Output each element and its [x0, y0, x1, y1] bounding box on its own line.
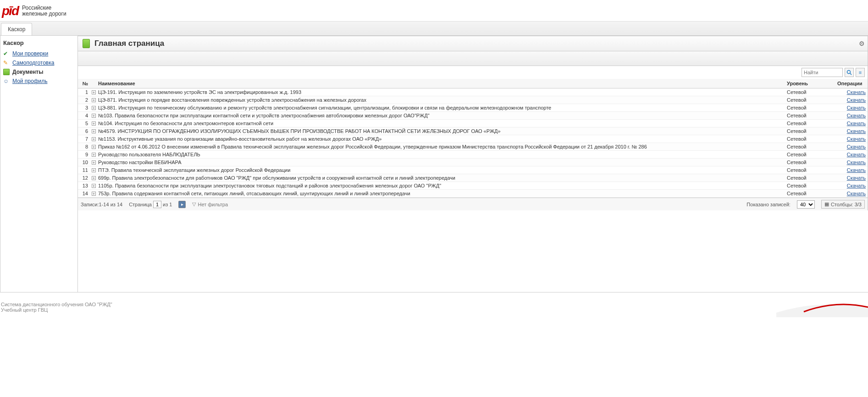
download-link[interactable]: Скачать: [847, 136, 866, 142]
row-num: 11: [78, 166, 90, 174]
search-button[interactable]: [845, 68, 854, 77]
download-link[interactable]: Скачать: [847, 167, 866, 173]
check-icon: ✔: [3, 50, 10, 57]
expand-icon[interactable]: +: [92, 184, 96, 188]
row-level: Сетевой: [785, 143, 835, 151]
download-link[interactable]: Скачать: [847, 121, 866, 126]
search-input[interactable]: [802, 68, 843, 77]
download-link[interactable]: Скачать: [847, 113, 866, 118]
brand-text: Российские железные дороги: [22, 5, 66, 17]
row-level: Сетевой: [785, 190, 835, 198]
expand-icon[interactable]: +: [92, 90, 96, 94]
records-info: Записи:1-14 из 14: [81, 202, 122, 207]
expand-icon[interactable]: +: [92, 106, 96, 110]
download-link[interactable]: Скачать: [847, 144, 866, 149]
expand-icon[interactable]: +: [92, 192, 96, 196]
row-num: 14: [78, 190, 90, 198]
col-header-ops[interactable]: Операции: [835, 79, 868, 88]
table-row: 7+№1153. Инструктивные указания по орган…: [78, 135, 868, 143]
row-name: №4579. ИНСТРУКЦИЯ ПО ОГРАЖДЕНИЮ ИЗОЛИРУЮ…: [96, 127, 785, 135]
row-level: Сетевой: [785, 174, 835, 182]
tab-kaskor[interactable]: Каскор: [1, 23, 32, 35]
expand-icon[interactable]: +: [92, 153, 96, 157]
row-num: 3: [78, 104, 90, 112]
row-level: Сетевой: [785, 135, 835, 143]
row-num: 2: [78, 96, 90, 104]
expand-icon[interactable]: +: [92, 121, 96, 126]
sidebar-item-label: Мой профиль: [12, 78, 48, 84]
col-header-level[interactable]: Уровень: [785, 79, 835, 88]
expand-icon[interactable]: +: [92, 160, 96, 165]
search-expand-button[interactable]: ≡: [856, 68, 865, 77]
download-link[interactable]: Скачать: [847, 89, 866, 95]
sidebar-item-documents[interactable]: Документы: [3, 67, 75, 77]
row-level: Сетевой: [785, 166, 835, 174]
row-num: 13: [78, 182, 90, 190]
col-header-num[interactable]: №: [78, 79, 90, 88]
row-num: 7: [78, 135, 90, 143]
row-name: 699р. Правила электробезопасности для ра…: [96, 174, 785, 182]
gear-icon[interactable]: ⚙: [859, 40, 865, 47]
page-size-select[interactable]: 40: [797, 200, 815, 209]
row-num: 8: [78, 143, 90, 151]
page-go-button[interactable]: ▸: [178, 201, 186, 208]
table-row: 2+ЦЭ-871. Инструкция о порядке восстанов…: [78, 96, 868, 104]
columns-button[interactable]: ▦ Столбцы: 3/3: [821, 200, 865, 209]
documents-table-wrap: № Наименование Уровень Операции 1+ЦЭ-191…: [78, 79, 868, 198]
table-row: 6+№4579. ИНСТРУКЦИЯ ПО ОГРАЖДЕНИЮ ИЗОЛИР…: [78, 127, 868, 135]
filter-status[interactable]: ▽ Нет фильтра: [192, 201, 228, 207]
expand-icon[interactable]: +: [92, 98, 96, 102]
funnel-icon: ▽: [192, 201, 196, 207]
row-level: Сетевой: [785, 159, 835, 166]
download-link[interactable]: Скачать: [847, 175, 866, 181]
download-link[interactable]: Скачать: [847, 128, 866, 134]
col-header-name[interactable]: Наименование: [96, 79, 785, 88]
row-name: ЦЭ-871. Инструкция о порядке восстановле…: [96, 96, 785, 104]
row-name: №104. Инструкция по безопасности для эле…: [96, 120, 785, 127]
table-row: 13+1105р. Правила безопасности при экспл…: [78, 182, 868, 190]
download-link[interactable]: Скачать: [847, 183, 866, 188]
main-layout: Каскор ✔ Мои проверки ✎ Самоподготовка Д…: [0, 36, 868, 292]
download-link[interactable]: Скачать: [847, 97, 866, 103]
pager: Записи:1-14 из 14 Страница из 1 ▸ ▽ Нет …: [78, 198, 868, 210]
download-link[interactable]: Скачать: [847, 152, 866, 157]
expand-icon[interactable]: +: [92, 176, 96, 180]
row-num: 9: [78, 151, 90, 159]
sidebar-item-label: Мои проверки: [12, 50, 48, 57]
expand-icon[interactable]: +: [92, 168, 96, 172]
page-label: Страница: [129, 202, 152, 207]
expand-icon[interactable]: +: [92, 114, 96, 118]
row-level: Сетевой: [785, 127, 835, 135]
table-row: 9+Руководство пользователя НАБЛЮДАТЕЛЬСе…: [78, 151, 868, 159]
page-input[interactable]: [153, 201, 161, 208]
shown-label: Показано записей:: [746, 202, 791, 207]
row-num: 6: [78, 127, 90, 135]
expand-icon[interactable]: +: [92, 129, 96, 133]
columns-icon: ▦: [824, 201, 829, 207]
col-header-expand: [90, 79, 96, 88]
sidebar-item-my-checks[interactable]: ✔ Мои проверки: [3, 49, 75, 58]
row-name: ПТЭ. Правила технической эксплуатации же…: [96, 166, 785, 174]
sidebar-item-profile[interactable]: ☺ Мой профиль: [3, 77, 75, 86]
table-row: 11+ПТЭ. Правила технической эксплуатации…: [78, 166, 868, 174]
download-link[interactable]: Скачать: [847, 160, 866, 165]
table-row: 8+Приказ №162 от 4.06.2012 О внесении из…: [78, 143, 868, 151]
page-icon: [83, 39, 90, 48]
expand-icon[interactable]: +: [92, 145, 96, 149]
table-row: 3+ЦЭ-881. Инструкция по техническому обс…: [78, 104, 868, 112]
sidebar-item-selftrain[interactable]: ✎ Самоподготовка: [3, 58, 75, 67]
row-name: ЦЭ-881. Инструкция по техническому обслу…: [96, 104, 785, 112]
expand-icon[interactable]: +: [92, 137, 96, 141]
row-num: 10: [78, 159, 90, 166]
user-icon: ☺: [3, 78, 10, 84]
table-row: 12+699р. Правила электробезопасности для…: [78, 174, 868, 182]
download-link[interactable]: Скачать: [847, 191, 866, 196]
download-link[interactable]: Скачать: [847, 105, 866, 110]
columns-label: Столбцы: 3/3: [831, 202, 862, 207]
footer-swoosh-icon: [776, 294, 868, 317]
sidebar: Каскор ✔ Мои проверки ✎ Самоподготовка Д…: [0, 36, 78, 292]
row-level: Сетевой: [785, 151, 835, 159]
search-icon: [846, 70, 852, 75]
table-header-row: № Наименование Уровень Операции: [78, 79, 868, 88]
row-level: Сетевой: [785, 96, 835, 104]
